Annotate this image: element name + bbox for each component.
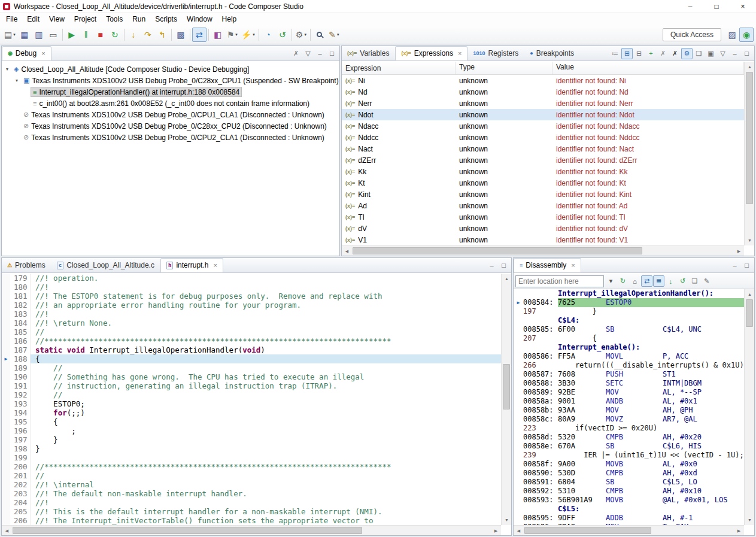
- expression-row[interactable]: (x)=dVunknownidentifier not found: dV: [342, 223, 744, 234]
- editor-vertical-scrollbar[interactable]: ▲ ▼: [501, 274, 511, 525]
- disassembly-listing[interactable]: Interrupt_illegalOperationHandler():▶008…: [514, 289, 744, 525]
- locate-button[interactable]: ▾: [605, 275, 617, 287]
- line-number[interactable]: 201: [10, 471, 31, 480]
- debug-tree-item[interactable]: ▾▣Texas Instruments XDS100v2 USB Debug P…: [2, 75, 339, 86]
- code-line[interactable]: 194 for(;;): [2, 408, 501, 417]
- terminate-icon[interactable]: ■: [93, 28, 108, 42]
- expression-row[interactable]: (x)=Ndaccunknownidentifier not found: Nd…: [342, 120, 744, 132]
- menu-window[interactable]: Window: [182, 14, 217, 25]
- code-line[interactable]: 197 }: [2, 435, 501, 444]
- expression-row[interactable]: (x)=Nactunknownidentifier not found: Nac…: [342, 143, 744, 154]
- tab-registers[interactable]: 1010Registers: [467, 46, 524, 60]
- line-number[interactable]: 205: [10, 507, 31, 516]
- settings-icon[interactable]: ⚙: [681, 48, 693, 59]
- tools-icon[interactable]: ⚙▾: [294, 28, 308, 42]
- debug-tree-item[interactable]: ≡Interrupt_illegalOperationHandler() at …: [2, 86, 339, 98]
- line-number[interactable]: 200: [10, 462, 31, 471]
- code-line[interactable]: 182//! an appropriate error handling rou…: [2, 301, 501, 310]
- tab-expressions[interactable]: (x)=Expressions×: [395, 46, 467, 60]
- console-icon[interactable]: ▭: [46, 28, 60, 42]
- menu-edit[interactable]: Edit: [22, 14, 44, 25]
- code-line[interactable]: 192 //: [2, 390, 501, 399]
- disassembly-line[interactable]: ▶008584:7625ESTOP0: [514, 298, 744, 307]
- disassembly-line[interactable]: 008589:92BEMOVAL, *--SP: [514, 388, 744, 397]
- line-number[interactable]: 195: [10, 417, 31, 426]
- location-input[interactable]: [515, 275, 604, 287]
- close-button[interactable]: ×: [730, 0, 756, 13]
- line-number[interactable]: 206: [10, 516, 31, 525]
- tab-interrupt-h[interactable]: hinterrupt.h×: [160, 258, 223, 272]
- code-line[interactable]: 202//! \internal: [2, 480, 501, 489]
- line-number[interactable]: 193: [10, 399, 31, 408]
- minimize-icon[interactable]: –: [729, 260, 740, 271]
- code-line[interactable]: ▶188{: [2, 354, 501, 363]
- flag-icon[interactable]: ⚑▾: [225, 28, 239, 42]
- annotate-icon[interactable]: ✎: [701, 275, 712, 287]
- suspend-icon[interactable]: ‖: [79, 28, 93, 42]
- line-number[interactable]: 192: [10, 390, 31, 399]
- close-tab-icon[interactable]: ×: [213, 262, 217, 269]
- resume-icon[interactable]: ▶: [65, 28, 79, 42]
- code-line[interactable]: 201//: [2, 471, 501, 480]
- expression-row[interactable]: (x)=Kkunknownidentifier not found: Kk: [342, 166, 744, 177]
- scrollbar-thumb[interactable]: [746, 299, 753, 327]
- code-line[interactable]: 191 // instruction, generating an illega…: [2, 381, 501, 390]
- menu-run[interactable]: Run: [127, 14, 150, 25]
- line-number[interactable]: 189: [10, 363, 31, 372]
- tree-expander-icon[interactable]: ▾: [13, 78, 21, 83]
- scroll-up-arrow[interactable]: ▲: [745, 289, 755, 299]
- show-type-names-icon[interactable]: ≔: [609, 48, 621, 59]
- remove-expression-icon[interactable]: ✗: [657, 48, 669, 59]
- menu-file[interactable]: File: [1, 14, 22, 25]
- menu-view[interactable]: View: [44, 14, 69, 25]
- code-line[interactable]: 193 ESTOP0;: [2, 399, 501, 408]
- scroll-up-arrow[interactable]: ▲: [502, 274, 512, 284]
- pin-view-icon[interactable]: ▣: [705, 48, 716, 59]
- restart-icon[interactable]: ↻: [108, 28, 122, 42]
- disassembly-line[interactable]: 00858c:80A9MOVZAR7, @AL: [514, 415, 744, 424]
- scrollbar-thumb[interactable]: [524, 527, 651, 534]
- expression-row[interactable]: (x)=Adunknownidentifier not found: Ad: [342, 200, 744, 211]
- code-line[interactable]: 190 // Something has gone wrong. The CPU…: [2, 372, 501, 381]
- line-number[interactable]: 182: [10, 301, 31, 310]
- save-icon[interactable]: ▦: [17, 28, 32, 42]
- code-line[interactable]: 205//! This is the default interrupt han…: [2, 507, 501, 516]
- scroll-up-arrow[interactable]: ▲: [745, 62, 755, 72]
- line-number[interactable]: 185: [10, 327, 31, 336]
- minimize-button[interactable]: –: [677, 0, 703, 13]
- expression-row[interactable]: (x)=dZErrunknownidentifier not found: dZ…: [342, 154, 744, 166]
- view-menu-icon[interactable]: ▽: [302, 48, 314, 59]
- code-line[interactable]: 181//! The ESTOP0 statement is for debug…: [2, 292, 501, 301]
- expression-row[interactable]: (x)=V1unknownidentifier not found: V1: [342, 234, 744, 245]
- line-number[interactable]: 194: [10, 408, 31, 417]
- scroll-left-arrow[interactable]: ◀: [342, 246, 352, 256]
- disassembly-line[interactable]: C$L5:: [514, 505, 744, 514]
- disassembly-line[interactable]: 008591:6804SBC$L5, LO: [514, 478, 744, 487]
- tab-debug[interactable]: ◉ Debug ×: [2, 46, 51, 60]
- disassembly-line[interactable]: 008592:5310CMPBAH, #0x10: [514, 487, 744, 496]
- line-number[interactable]: 179: [10, 274, 31, 283]
- fill-memory-icon[interactable]: ◧: [211, 28, 225, 42]
- line-number[interactable]: 188: [10, 354, 31, 363]
- disassembly-line[interactable]: 207 {: [514, 334, 744, 343]
- disassembly-line[interactable]: 008588:3B30SETCINTM|DBGM: [514, 379, 744, 388]
- line-number[interactable]: 191: [10, 381, 31, 390]
- new-view-icon[interactable]: ❏: [693, 48, 705, 59]
- scrollbar-thumb[interactable]: [503, 364, 510, 409]
- home-icon[interactable]: ⌂: [629, 275, 640, 287]
- close-tab-icon[interactable]: ×: [41, 50, 45, 57]
- disassembly-line[interactable]: 00858a:9001ANDBAL, #0x1: [514, 397, 744, 406]
- disassembly-line[interactable]: 223 if(vectID >= 0x20U): [514, 424, 744, 433]
- scroll-left-arrow[interactable]: ◀: [514, 526, 524, 536]
- menu-scripts[interactable]: Scripts: [150, 14, 182, 25]
- auto-refresh-icon[interactable]: ↺: [677, 275, 688, 287]
- menu-tools[interactable]: Tools: [101, 14, 127, 25]
- line-number[interactable]: 198: [10, 444, 31, 453]
- disassembly-line[interactable]: 00858e:670ASBC$L6, HIS: [514, 442, 744, 451]
- step-into-icon[interactable]: ↓: [126, 28, 141, 42]
- save-all-icon[interactable]: ▥: [32, 28, 46, 42]
- column-header-type[interactable]: Type: [456, 62, 552, 74]
- profile-icon[interactable]: ◔: [261, 28, 275, 42]
- disassembly-line[interactable]: 239 IER |= (uint16_t)1U << (vectID - 1U)…: [514, 451, 744, 460]
- code-line[interactable]: 203//! The default non-maskable interrup…: [2, 489, 501, 498]
